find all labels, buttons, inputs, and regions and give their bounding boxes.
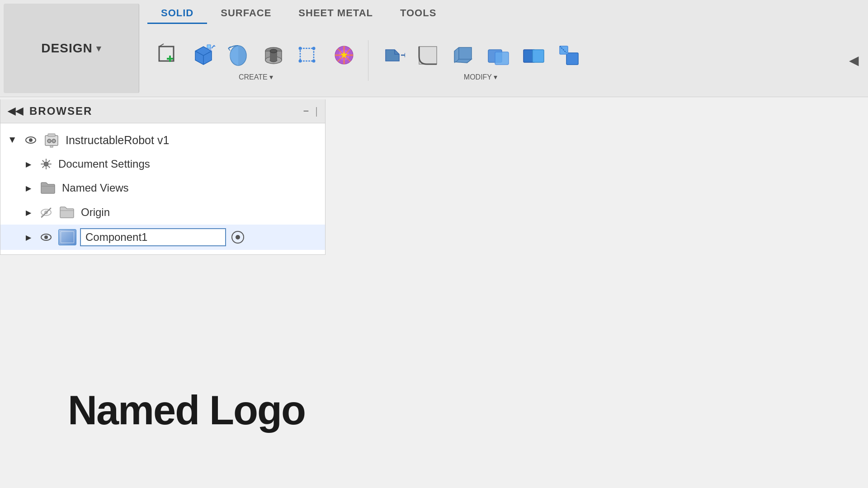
tab-solid[interactable]: SOLID (147, 4, 207, 24)
doc-settings-label: Document Settings (58, 158, 150, 170)
design-label: DESIGN (41, 41, 92, 56)
origin-folder-icon (58, 204, 75, 221)
toolbar-tabs-area: SOLID SURFACE SHEET METAL TOOLS (143, 0, 868, 97)
component1-active-indicator[interactable] (231, 231, 244, 244)
scale-tool[interactable] (553, 39, 585, 71)
sketch-tool[interactable] (152, 39, 184, 71)
modify-icons (377, 39, 585, 71)
origin-label: Origin (81, 206, 110, 219)
doc-settings-expand[interactable]: ▶ (23, 159, 34, 169)
svg-line-50 (48, 160, 50, 162)
tab-tools[interactable]: TOOLS (387, 4, 450, 24)
component1-visibility-icon[interactable] (39, 230, 53, 244)
revolve-tool[interactable] (222, 39, 254, 71)
named-views-folder-icon (39, 179, 57, 197)
root-label: InstructableRobot v1 (66, 134, 169, 147)
component1-active-dot (236, 235, 240, 239)
tree-item-component1[interactable]: ▶ (0, 225, 325, 250)
browser-panel: ◀◀ BROWSER − | ▶ (0, 99, 326, 255)
svg-point-41 (52, 139, 56, 143)
create-label: CREATE ▾ (239, 73, 273, 81)
svg-line-48 (42, 160, 44, 162)
named-logo-text: Named Logo (68, 387, 305, 434)
svg-point-53 (44, 211, 48, 214)
svg-rect-33 (566, 53, 578, 65)
root-expand-arrow[interactable]: ▶ (8, 135, 19, 145)
toolbar-collapse-btn[interactable]: ◀ (849, 53, 859, 68)
tab-surface[interactable]: SURFACE (207, 4, 285, 24)
extrude-tool[interactable] (187, 39, 219, 71)
intersect-tool[interactable] (518, 39, 549, 71)
svg-rect-14 (300, 48, 314, 61)
press-pull-tool[interactable] (377, 39, 408, 71)
browser-header: ◀◀ BROWSER − | (0, 99, 325, 123)
shell-tool[interactable] (447, 39, 479, 71)
svg-line-51 (42, 166, 44, 168)
browser-minimize-icon[interactable]: − (303, 105, 309, 117)
toolbar-icons: CREATE ▾ (143, 24, 868, 97)
svg-point-17 (298, 59, 302, 62)
create-section: CREATE ▾ (152, 39, 360, 81)
svg-point-16 (312, 47, 315, 50)
tree-item-origin[interactable]: ▶ Origin (0, 200, 325, 225)
svg-point-56 (44, 235, 48, 239)
tree-item-doc-settings[interactable]: ▶ Document Setting (0, 152, 325, 176)
named-views-expand[interactable]: ▶ (23, 183, 34, 193)
design-button[interactable]: DESIGN ▾ (4, 4, 139, 93)
design-arrow: ▾ (96, 43, 101, 54)
svg-rect-32 (533, 50, 544, 62)
browser-collapse-icon[interactable]: ◀◀ (8, 105, 23, 117)
svg-point-18 (312, 59, 315, 62)
browser-title: BROWSER (29, 105, 297, 117)
svg-marker-6 (212, 45, 216, 47)
component1-rename-input[interactable] (80, 228, 226, 246)
section-divider-1 (368, 40, 368, 81)
box-tool[interactable] (293, 39, 325, 71)
svg-line-49 (48, 166, 50, 168)
hole-tool[interactable] (258, 39, 289, 71)
svg-rect-28 (419, 47, 437, 64)
svg-marker-27 (405, 53, 405, 57)
root-visibility-icon[interactable] (24, 133, 38, 147)
svg-point-13 (270, 49, 277, 53)
fillet-tool[interactable] (412, 39, 443, 71)
svg-point-52 (41, 209, 51, 216)
svg-point-43 (44, 162, 48, 166)
root-icon (43, 131, 60, 149)
tab-sheet-metal[interactable]: SHEET METAL (285, 4, 387, 24)
doc-settings-gear-icon[interactable] (39, 157, 53, 171)
create-icons (152, 39, 360, 71)
origin-expand[interactable]: ▶ (23, 207, 34, 218)
svg-rect-30 (495, 52, 509, 65)
component1-expand[interactable]: ▶ (23, 232, 34, 243)
named-views-label: Named Views (62, 182, 129, 194)
svg-point-40 (47, 139, 51, 143)
tree-container: ▶ InstructableRobot v1 ▶ (0, 123, 325, 254)
modify-section: MODIFY ▾ (377, 39, 585, 81)
component1-rename-area (58, 228, 226, 246)
toolbar-tabs: SOLID SURFACE SHEET METAL TOOLS (143, 0, 868, 24)
svg-marker-4 (207, 45, 211, 48)
svg-point-15 (298, 47, 302, 50)
origin-visibility-icon[interactable] (39, 206, 53, 219)
tree-item-named-views[interactable]: ▶ Named Views (0, 176, 325, 200)
component1-icon (58, 229, 76, 245)
tree-root[interactable]: ▶ InstructableRobot v1 (0, 128, 325, 152)
svg-rect-39 (48, 134, 55, 136)
toolbar: DESIGN ▾ SOLID SURFACE SHEET METAL TOOLS (0, 0, 868, 97)
modify-label: MODIFY ▾ (464, 73, 497, 81)
svg-rect-38 (45, 136, 58, 145)
browser-divider: | (315, 105, 318, 117)
special-tool[interactable] (328, 39, 360, 71)
collapse-arrow[interactable]: ◀ (849, 53, 859, 67)
svg-rect-42 (50, 145, 53, 147)
svg-point-37 (29, 138, 33, 142)
combine-tool[interactable] (482, 39, 514, 71)
